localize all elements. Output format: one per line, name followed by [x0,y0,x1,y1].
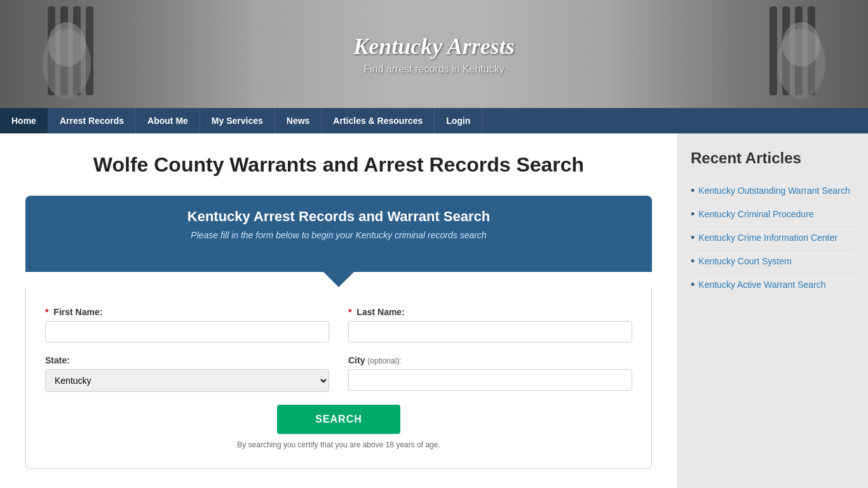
city-label: City (optional): [348,355,632,365]
nav-arrest-records[interactable]: Arrest Records [48,108,136,133]
sidebar-title: Recent Articles [691,149,855,167]
site-subtitle: Find arrest records in Kentucky [353,64,515,75]
search-box-subheading: Please fill in the form below to begin y… [44,230,633,240]
sidebar-article-item-5: • Kentucky Active Warrant Search [691,274,855,297]
sidebar-article-link-4[interactable]: Kentucky Court System [698,255,791,268]
city-input[interactable] [348,369,632,391]
name-row: * First Name: * Last Name: [45,307,632,342]
nav-my-services[interactable]: My Services [200,108,275,133]
bullet-icon-3: • [691,231,695,245]
svg-point-11 [782,22,820,67]
first-name-group: * First Name: [45,307,329,342]
search-btn-wrapper: SEARCH [45,405,632,434]
svg-point-5 [48,22,86,67]
sidebar-article-item-1: • Kentucky Outstanding Warrant Search [691,180,855,203]
location-row: State: Kentucky City (optional): [45,355,632,392]
city-group: City (optional): [348,355,632,392]
sidebar: Recent Articles • Kentucky Outstanding W… [677,133,868,488]
search-form-wrapper: * First Name: * Last Name: State: [25,288,652,469]
search-box-arrow [323,271,355,287]
first-name-required-star: * [45,307,48,317]
search-box-heading: Kentucky Arrest Records and Warrant Sear… [44,208,633,225]
last-name-input[interactable] [348,321,632,342]
header-decoration-left [38,6,108,102]
nav-home[interactable]: Home [0,108,48,133]
last-name-label: * Last Name: [348,307,632,317]
site-header: Kentucky Arrests Find arrest records in … [0,0,868,108]
bullet-icon-1: • [691,184,695,198]
sidebar-article-item-2: • Kentucky Criminal Procedure [691,203,855,227]
sidebar-article-link-1[interactable]: Kentucky Outstanding Warrant Search [698,185,850,198]
search-header-box: Kentucky Arrest Records and Warrant Sear… [25,196,652,272]
state-label: State: [45,355,329,365]
site-title: Kentucky Arrests [353,33,515,60]
form-disclaimer: By searching you certify that you are ab… [45,440,632,449]
state-select[interactable]: Kentucky [45,369,329,392]
page-title: Wolfe County Warrants and Arrest Records… [25,152,652,177]
sidebar-article-link-5[interactable]: Kentucky Active Warrant Search [698,279,825,292]
sidebar-article-list: • Kentucky Outstanding Warrant Search • … [691,180,855,297]
main-content: Wolfe County Warrants and Arrest Records… [0,133,677,488]
nav-articles-resources[interactable]: Articles & Resources [322,108,435,133]
nav-news[interactable]: News [275,108,322,133]
first-name-input[interactable] [45,321,329,342]
nav-login[interactable]: Login [435,108,482,133]
sidebar-article-item-3: • Kentucky Crime Information Center [691,227,855,250]
main-nav: Home Arrest Records About Me My Services… [0,108,868,133]
sidebar-article-link-3[interactable]: Kentucky Crime Information Center [698,232,837,245]
header-decoration-right [760,6,830,102]
last-name-required-star: * [348,307,351,317]
page-wrapper: Wolfe County Warrants and Arrest Records… [0,133,868,488]
nav-about-me[interactable]: About Me [136,108,200,133]
last-name-group: * Last Name: [348,307,632,342]
sidebar-article-link-2[interactable]: Kentucky Criminal Procedure [698,208,813,221]
state-group: State: Kentucky [45,355,329,392]
svg-rect-6 [770,6,777,95]
bullet-icon-2: • [691,208,695,221]
header-title-block: Kentucky Arrests Find arrest records in … [353,33,515,75]
bullet-icon-5: • [691,278,695,292]
bullet-icon-4: • [691,255,695,268]
first-name-label: * First Name: [45,307,329,317]
search-button[interactable]: SEARCH [277,405,400,434]
sidebar-article-item-4: • Kentucky Court System [691,250,855,274]
